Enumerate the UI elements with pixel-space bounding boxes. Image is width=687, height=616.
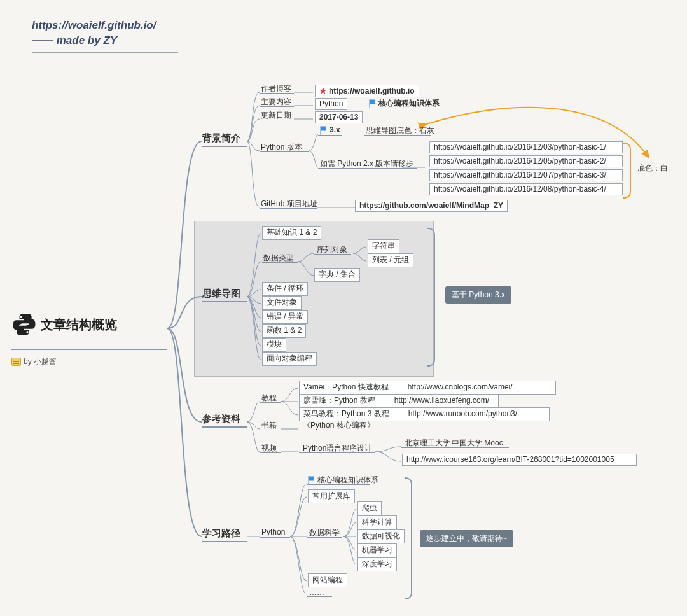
mind-mod: 模块 [262, 338, 286, 352]
bracket-mind [427, 228, 435, 367]
ref-t2[interactable]: 廖雪峰：Python 教程http://www.liaoxuefeng.com/ [299, 394, 499, 408]
mind-oop: 面向对象编程 [262, 352, 317, 366]
mind-note: 基于 Python 3.x [445, 286, 511, 304]
bg-content-flag: 核心编程知识体系 [369, 98, 440, 109]
header-url: https://woaielf.github.io/ [32, 18, 178, 33]
mind-file: 文件对象 [262, 296, 302, 310]
root-underline [11, 349, 167, 350]
path-ds-1: 爬虫 [357, 501, 382, 515]
bg-link-4[interactable]: https://woaielf.github.io/2016/12/08/pyt… [429, 183, 623, 195]
bracket-orange [623, 143, 631, 199]
path-ds-4: 机器学习 [357, 543, 397, 557]
branch-bg[interactable]: 背景简介 [202, 132, 247, 147]
bg-github-url[interactable]: https://github.com/woaielf/MindMap_ZY [355, 200, 508, 212]
root-author: by 小越酱 [11, 356, 57, 367]
bg-link-1[interactable]: https://woaielf.github.io/2016/12/03/pyt… [429, 141, 623, 153]
mind-cond: 条件 / 循环 [262, 282, 308, 296]
mind-func: 函数 1 & 2 [262, 324, 306, 338]
bg-date-val: 2017-06-13 [315, 111, 363, 123]
bg-blog-url[interactable]: ★https://woaielf.github.io [315, 85, 419, 97]
path-web: 网站编程 [308, 573, 347, 587]
path-lib: 常用扩展库 [308, 489, 355, 503]
note-icon [11, 358, 21, 366]
branch-ref[interactable]: 参考资料 [202, 413, 247, 428]
root-node[interactable]: 文章结构概览 [11, 312, 117, 337]
branch-mind[interactable]: 思维导图 [202, 288, 247, 302]
mind-err: 错误 / 异常 [262, 310, 308, 324]
header-underline [32, 52, 178, 53]
header: https://woaielf.github.io/ —— made by ZY [32, 18, 178, 53]
python-icon [11, 312, 37, 337]
path-ds-3: 数据可视化 [357, 529, 405, 543]
bg-link-2[interactable]: https://woaielf.github.io/2016/12/05/pyt… [429, 155, 623, 167]
ref-vid-url[interactable]: http://www.icourse163.org/learn/BIT-2680… [402, 454, 637, 466]
path-ds-5: 深度学习 [357, 557, 397, 571]
flag-icon [369, 99, 377, 108]
mind-str: 字符串 [368, 239, 399, 253]
mind-basic: 基础知识 1 & 2 [262, 226, 321, 240]
bg-white-note: 底色：白 [637, 163, 668, 174]
bg-content-val: Python [315, 98, 347, 110]
path-py: Python [261, 528, 285, 536]
root-title: 文章结构概览 [41, 316, 117, 333]
bracket-path [405, 477, 412, 599]
ref-t1[interactable]: Vamei：Python 快速教程http://www.cnblogs.com/… [299, 381, 556, 395]
flag-icon [320, 126, 328, 135]
ref-t3[interactable]: 菜鸟教程：Python 3 教程http://www.runoob.com/py… [299, 407, 550, 421]
path-note: 逐步建立中，敬请期待~ [420, 530, 513, 547]
flag-icon [308, 476, 316, 485]
header-by: —— made by ZY [32, 33, 178, 48]
path-more: …… [309, 588, 324, 597]
branch-path[interactable]: 学习路径 [202, 528, 247, 542]
mind-list: 列表 / 元组 [368, 253, 413, 267]
bg-ver-3x: 3.x [320, 125, 340, 135]
path-ds-2: 科学计算 [357, 515, 397, 529]
star-icon: ★ [319, 86, 327, 95]
mind-dict: 字典 / 集合 [314, 268, 360, 282]
bg-link-3[interactable]: https://woaielf.github.io/2016/12/07/pyt… [429, 169, 623, 181]
